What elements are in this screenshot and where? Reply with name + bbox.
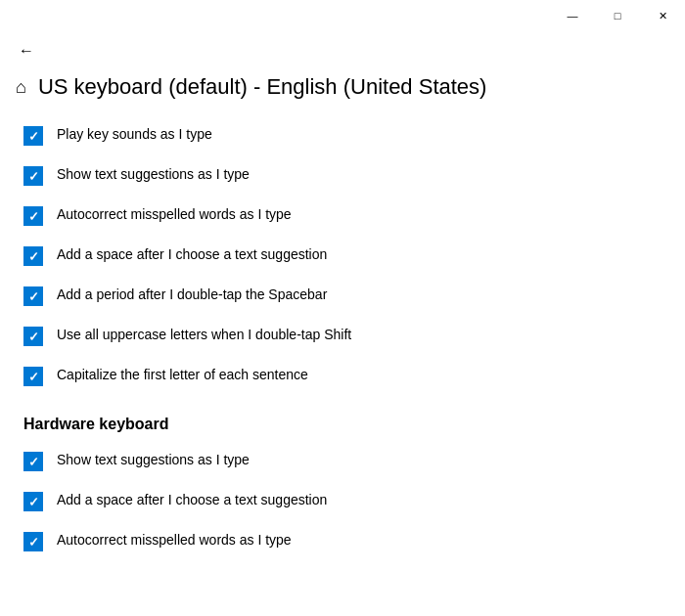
setting-item-use-uppercase[interactable]: ✓Use all uppercase letters when I double… [23, 316, 662, 356]
setting-label-add-space-after: Add a space after I choose a text sugges… [57, 245, 327, 265]
checkmark-hw-add-space-after: ✓ [28, 496, 39, 508]
checkbox-show-text-suggestions[interactable]: ✓ [23, 166, 43, 186]
setting-label-show-text-suggestions: Show text suggestions as I type [57, 165, 250, 185]
maximize-button[interactable]: □ [595, 0, 640, 31]
setting-item-hw-autocorrect-misspelled[interactable]: ✓Autocorrect misspelled words as I type [23, 521, 662, 561]
checkmark-add-space-after: ✓ [28, 250, 39, 263]
minimize-button[interactable]: — [550, 0, 595, 31]
back-button[interactable]: ← [12, 36, 41, 66]
setting-item-hw-add-space-after[interactable]: ✓Add a space after I choose a text sugge… [23, 481, 662, 521]
hardware-keyboard-title: Hardware keyboard [23, 396, 662, 441]
setting-item-show-text-suggestions[interactable]: ✓Show text suggestions as I type [23, 155, 662, 196]
title-bar-controls: — □ ✕ [550, 0, 685, 31]
setting-item-autocorrect-misspelled[interactable]: ✓Autocorrect misspelled words as I type [23, 196, 662, 236]
checkmark-play-key-sounds: ✓ [28, 130, 39, 143]
setting-label-hw-add-space-after: Add a space after I choose a text sugges… [57, 491, 327, 510]
checkbox-hw-show-text-suggestions[interactable]: ✓ [23, 452, 43, 471]
checkbox-autocorrect-misspelled[interactable]: ✓ [23, 206, 43, 226]
checkmark-capitalize-first: ✓ [28, 371, 39, 383]
setting-label-use-uppercase: Use all uppercase letters when I double-… [57, 326, 351, 345]
content-area: ✓Play key sounds as I type✓Show text sug… [0, 115, 685, 616]
setting-item-add-space-after[interactable]: ✓Add a space after I choose a text sugge… [23, 236, 662, 276]
touch-keyboard-settings: ✓Play key sounds as I type✓Show text sug… [23, 115, 662, 396]
nav-bar: ← [0, 31, 685, 70]
setting-label-add-period: Add a period after I double-tap the Spac… [57, 286, 327, 305]
setting-item-hw-show-text-suggestions[interactable]: ✓Show text suggestions as I type [23, 441, 662, 481]
checkbox-hw-autocorrect-misspelled[interactable]: ✓ [23, 532, 43, 551]
setting-label-autocorrect-misspelled: Autocorrect misspelled words as I type [57, 205, 292, 225]
title-bar: — □ ✕ [0, 0, 685, 31]
setting-item-capitalize-first[interactable]: ✓Capitalize the first letter of each sen… [23, 356, 662, 396]
checkbox-play-key-sounds[interactable]: ✓ [23, 126, 43, 146]
close-button[interactable]: ✕ [640, 0, 685, 31]
setting-item-play-key-sounds[interactable]: ✓Play key sounds as I type [23, 115, 662, 155]
checkmark-hw-autocorrect-misspelled: ✓ [28, 536, 39, 549]
checkmark-add-period: ✓ [28, 290, 39, 303]
checkmark-hw-show-text-suggestions: ✓ [28, 456, 39, 468]
back-arrow-icon: ← [19, 42, 34, 60]
checkbox-add-period[interactable]: ✓ [23, 286, 43, 306]
checkbox-hw-add-space-after[interactable]: ✓ [23, 492, 43, 511]
checkbox-capitalize-first[interactable]: ✓ [23, 367, 43, 386]
checkmark-autocorrect-misspelled: ✓ [28, 210, 39, 223]
setting-label-hw-autocorrect-misspelled: Autocorrect misspelled words as I type [57, 531, 292, 550]
setting-item-add-period[interactable]: ✓Add a period after I double-tap the Spa… [23, 276, 662, 316]
hardware-keyboard-section: Hardware keyboard✓Show text suggestions … [23, 396, 662, 561]
setting-label-hw-show-text-suggestions: Show text suggestions as I type [57, 451, 250, 470]
checkmark-use-uppercase: ✓ [28, 330, 39, 343]
checkmark-show-text-suggestions: ✓ [28, 170, 39, 183]
checkbox-add-space-after[interactable]: ✓ [23, 246, 43, 266]
home-icon: ⌂ [16, 77, 26, 98]
checkbox-use-uppercase[interactable]: ✓ [23, 327, 43, 346]
page-header: ⌂ US keyboard (default) - English (Unite… [0, 70, 685, 115]
setting-label-capitalize-first: Capitalize the first letter of each sent… [57, 366, 308, 385]
setting-label-play-key-sounds: Play key sounds as I type [57, 125, 212, 145]
page-title: US keyboard (default) - English (United … [38, 74, 487, 100]
